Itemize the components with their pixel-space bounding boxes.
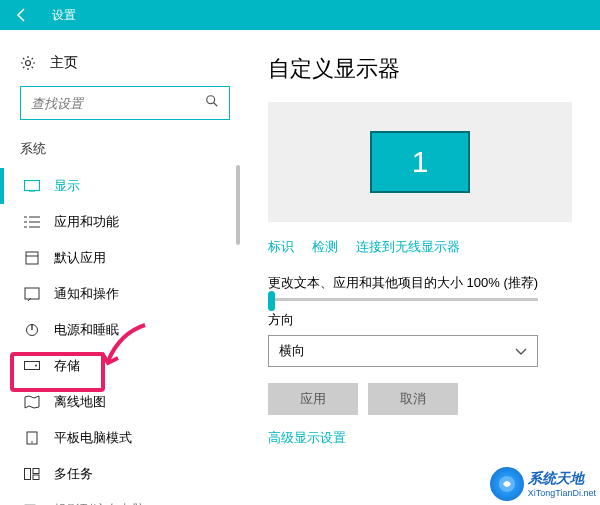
back-button[interactable] (0, 0, 44, 30)
detect-link[interactable]: 检测 (312, 238, 338, 256)
identify-link[interactable]: 标识 (268, 238, 294, 256)
section-header: 系统 (20, 140, 240, 158)
titlebar: 设置 (0, 0, 600, 30)
back-arrow-icon (14, 7, 30, 23)
svg-rect-16 (25, 362, 40, 370)
gear-icon (20, 55, 36, 71)
default-apps-icon (24, 250, 40, 266)
advanced-display-link[interactable]: 高级显示设置 (268, 429, 572, 447)
svg-rect-11 (26, 252, 38, 264)
search-input-container[interactable] (20, 86, 230, 120)
scale-label: 更改文本、应用和其他项目的大小 100% (推荐) (268, 274, 572, 292)
search-icon (205, 94, 219, 112)
orientation-dropdown[interactable]: 横向 (268, 335, 538, 367)
nav-label: 默认应用 (54, 249, 106, 267)
list-icon (24, 214, 40, 230)
map-icon (24, 394, 40, 410)
sidebar-item-display[interactable]: 显示 (20, 168, 240, 204)
nav-label: 多任务 (54, 465, 93, 483)
svg-line-2 (214, 103, 218, 107)
home-link[interactable]: 主页 (20, 46, 240, 86)
svg-point-19 (31, 441, 33, 443)
nav-label: 通知和操作 (54, 285, 119, 303)
svg-point-0 (26, 61, 31, 66)
power-icon (24, 322, 40, 338)
apply-button[interactable]: 应用 (268, 383, 358, 415)
search-input[interactable] (31, 96, 205, 111)
button-row: 应用 取消 (268, 383, 572, 415)
svg-point-1 (207, 96, 215, 104)
wireless-link[interactable]: 连接到无线显示器 (356, 238, 460, 256)
notifications-icon (24, 286, 40, 302)
monitor-1[interactable]: 1 (370, 131, 470, 193)
nav-label: 应用和功能 (54, 213, 119, 231)
scale-slider[interactable] (268, 298, 538, 301)
window-title: 设置 (44, 7, 76, 24)
nav-label: 平板电脑模式 (54, 429, 132, 447)
svg-rect-13 (25, 288, 39, 299)
sidebar-item-offline-maps[interactable]: 离线地图 (20, 384, 240, 420)
display-preview[interactable]: 1 (268, 102, 572, 222)
sidebar-item-multitasking[interactable]: 多任务 (20, 456, 240, 492)
home-label: 主页 (50, 54, 78, 72)
cancel-button[interactable]: 取消 (368, 383, 458, 415)
nav-label: 显示 (54, 177, 80, 195)
watermark: 系统天地 XiTongTianDi.net (490, 467, 596, 501)
multitask-icon (24, 466, 40, 482)
nav-label: 离线地图 (54, 393, 106, 411)
sidebar: 主页 系统 显示 应用和功能 默认应用 通知和操作 (0, 30, 240, 505)
orientation-label: 方向 (268, 311, 572, 329)
svg-point-17 (35, 365, 37, 367)
sidebar-item-power[interactable]: 电源和睡眠 (20, 312, 240, 348)
tablet-icon (24, 430, 40, 446)
nav-label: 电源和睡眠 (54, 321, 119, 339)
nav-label: 投影到这台电脑 (54, 501, 145, 505)
chevron-down-icon (515, 344, 527, 359)
svg-rect-20 (25, 469, 31, 480)
display-icon (24, 178, 40, 194)
watermark-text-en: XiTongTianDi.net (528, 488, 596, 498)
sidebar-item-notifications[interactable]: 通知和操作 (20, 276, 240, 312)
storage-icon (24, 358, 40, 374)
main-panel: 自定义显示器 1 标识 检测 连接到无线显示器 更改文本、应用和其他项目的大小 … (240, 30, 600, 505)
page-title: 自定义显示器 (268, 54, 572, 84)
svg-rect-22 (33, 475, 39, 480)
dropdown-value: 横向 (279, 342, 305, 360)
watermark-text-cn: 系统天地 (528, 470, 596, 488)
sidebar-item-tablet-mode[interactable]: 平板电脑模式 (20, 420, 240, 456)
sidebar-item-projecting[interactable]: 投影到这台电脑 (20, 492, 240, 505)
slider-thumb[interactable] (268, 291, 275, 311)
watermark-logo-icon (490, 467, 524, 501)
svg-rect-3 (25, 181, 40, 191)
svg-rect-21 (33, 469, 39, 474)
display-actions: 标识 检测 连接到无线显示器 (268, 238, 572, 256)
nav-label: 存储 (54, 357, 80, 375)
sidebar-item-apps[interactable]: 应用和功能 (20, 204, 240, 240)
monitor-number: 1 (412, 145, 429, 179)
sidebar-item-default-apps[interactable]: 默认应用 (20, 240, 240, 276)
sidebar-item-storage[interactable]: 存储 (20, 348, 240, 384)
